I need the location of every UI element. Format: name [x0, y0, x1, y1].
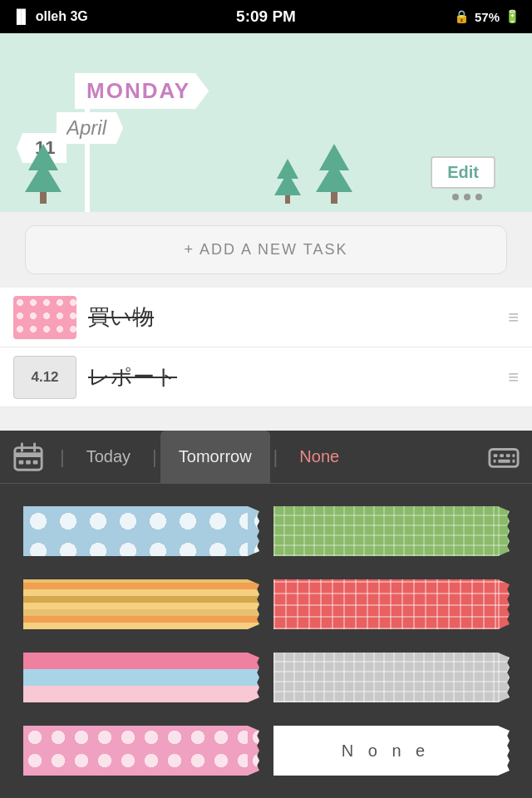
tree-trunk — [285, 195, 290, 204]
tape-none-item[interactable]: N o n e — [273, 722, 509, 780]
calendar-icon — [12, 441, 44, 473]
tape-pink-blue-item[interactable] — [23, 648, 259, 707]
tree-trunk — [40, 192, 47, 204]
tab-bar: | Today | Tomorrow | None — [0, 431, 532, 484]
tab-sep-1: | — [57, 446, 68, 468]
svg-rect-1 — [15, 452, 42, 457]
battery-info: 🔒 57% 🔋 — [454, 9, 520, 24]
tape-blue-polka-item[interactable] — [23, 502, 259, 560]
svg-rect-5 — [26, 460, 31, 464]
tab-sep-3: | — [270, 446, 282, 468]
edit-button[interactable]: Edit — [431, 156, 495, 189]
lock-icon: 🔒 — [454, 9, 470, 24]
svg-rect-13 — [498, 459, 510, 462]
svg-rect-12 — [494, 459, 496, 462]
svg-rect-14 — [512, 459, 515, 462]
task-label-polka — [13, 296, 76, 339]
tree-mid — [274, 172, 301, 195]
svg-rect-7 — [490, 449, 518, 466]
task-label-date: 4.12 — [13, 356, 76, 399]
svg-rect-11 — [512, 454, 515, 457]
arrow-dots — [452, 194, 482, 200]
dot-2 — [464, 194, 470, 200]
tape-red-grid-item[interactable] — [273, 575, 509, 633]
bottom-panel: | Today | Tomorrow | None — [0, 431, 532, 798]
tree-mid — [25, 162, 62, 192]
task-item[interactable]: 買い物 ≡ — [0, 288, 532, 347]
svg-rect-9 — [500, 454, 504, 457]
tape-green-gingham — [273, 506, 498, 556]
svg-rect-8 — [494, 454, 498, 457]
keyboard-icon — [488, 441, 520, 473]
drag-handle-1[interactable]: ≡ — [508, 307, 519, 328]
tree-trunk — [331, 192, 337, 204]
battery-percent: 57% — [475, 10, 500, 24]
tab-none[interactable]: None — [281, 431, 357, 484]
calendar-tab-icon[interactable] — [0, 431, 57, 484]
task-list: 買い物 ≡ 4.12 レポート ≡ — [0, 288, 532, 407]
svg-rect-10 — [506, 454, 510, 457]
tree-mid-right — [316, 144, 352, 204]
tab-sep-2: | — [149, 446, 160, 468]
tape-blue-polka — [23, 506, 248, 556]
dot-1 — [452, 194, 459, 200]
svg-rect-4 — [19, 460, 24, 464]
tab-today[interactable]: Today — [68, 431, 149, 484]
status-bar: ▐▌ olleh 3G 5:09 PM 🔒 57% 🔋 — [0, 0, 532, 33]
carrier-label: olleh 3G — [36, 9, 88, 24]
tape-orange-stripe-item[interactable] — [23, 575, 259, 633]
tape-pink-polka-item[interactable] — [23, 722, 259, 780]
tape-green-gingham-item[interactable] — [273, 502, 509, 560]
svg-rect-6 — [33, 460, 38, 464]
battery-icon: 🔋 — [505, 9, 520, 24]
tape-none-text: N o n e — [342, 741, 430, 761]
tab-tomorrow[interactable]: Tomorrow — [160, 431, 270, 484]
keyboard-tab-icon[interactable] — [475, 431, 532, 484]
tape-orange-stripe — [23, 579, 248, 629]
tape-pink-blue — [23, 653, 248, 702]
task-item-2[interactable]: 4.12 レポート ≡ — [0, 347, 532, 407]
tree-mid-left — [274, 159, 301, 204]
day-sign: MONDAY — [75, 73, 209, 109]
tape-grey-gingham-item[interactable] — [273, 648, 509, 707]
add-task-button[interactable]: + ADD A NEW TASK — [25, 225, 507, 274]
header-area: MONDAY April 11 Edit — [0, 33, 532, 212]
dot-3 — [475, 194, 482, 200]
tree-left — [25, 144, 62, 204]
tape-grid: N o n e — [0, 484, 532, 798]
task-text-2: レポート — [88, 362, 177, 392]
carrier-info: ▐▌ olleh 3G — [12, 9, 88, 24]
task-text-1: 買い物 — [88, 303, 154, 332]
tape-none: N o n e — [273, 726, 498, 776]
time-display: 5:09 PM — [236, 7, 296, 26]
drag-handle-2[interactable]: ≡ — [508, 367, 519, 388]
tape-red-grid — [273, 579, 498, 629]
tree-mid — [316, 162, 352, 192]
svg-rect-0 — [15, 447, 42, 470]
tape-grey-gingham — [273, 653, 498, 702]
signal-icon: ▐▌ — [12, 9, 31, 24]
tape-pink-polka — [23, 726, 248, 776]
